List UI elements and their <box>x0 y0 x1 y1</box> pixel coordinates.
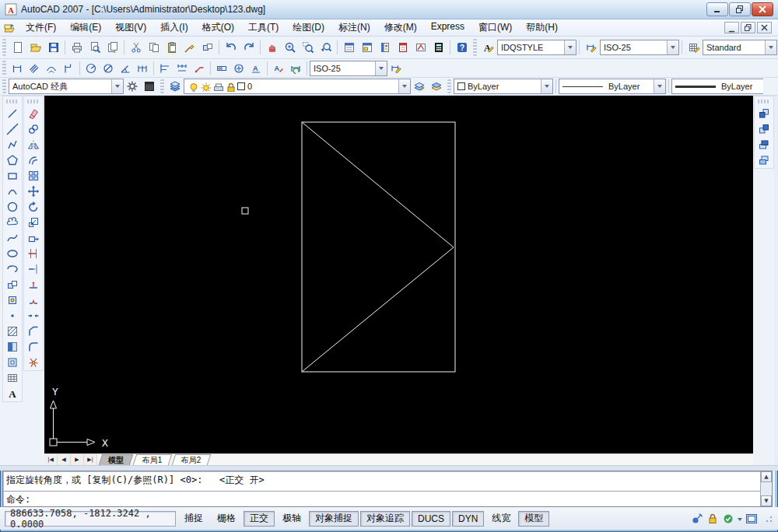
menu-item-v[interactable]: 视图(V) <box>108 19 153 36</box>
status-toggle-DYN[interactable]: DYN <box>452 511 484 527</box>
hatch-button[interactable] <box>4 324 21 339</box>
annotation-icon[interactable] <box>722 513 734 525</box>
dim-diameter-button[interactable] <box>100 61 117 76</box>
extend-button[interactable] <box>25 261 42 277</box>
copy-button[interactable] <box>145 39 163 57</box>
toolbar-grip[interactable] <box>27 100 40 103</box>
status-toggle-捕捉[interactable]: 捕捉 <box>178 511 209 527</box>
chevron-down-icon[interactable] <box>667 40 678 54</box>
designcenter-button[interactable] <box>358 39 376 57</box>
dim-linear-button[interactable] <box>9 61 26 76</box>
bring-above-button[interactable] <box>755 137 773 152</box>
minimize-button[interactable] <box>706 2 728 16</box>
status-toggle-线宽[interactable]: 线宽 <box>485 511 517 527</box>
chevron-down-icon[interactable] <box>541 79 552 93</box>
break-button[interactable] <box>25 292 42 308</box>
offset-button[interactable] <box>25 152 42 168</box>
zoom-previous-button[interactable] <box>317 39 335 57</box>
menu-item-o[interactable]: 格式(O) <box>195 19 241 36</box>
menu-item-i[interactable]: 插入(I) <box>153 19 194 36</box>
polyline-button[interactable] <box>4 137 21 152</box>
title-bar[interactable]: A AutoCAD 2007 - [C:\Users\Administrator… <box>0 0 778 19</box>
dim-aligned-button[interactable] <box>26 61 43 76</box>
calculator-button[interactable] <box>429 39 447 57</box>
explode-button[interactable] <box>25 355 42 370</box>
sheetset-manager-button[interactable] <box>394 39 412 57</box>
redo-button[interactable] <box>240 39 258 57</box>
gradient-button[interactable] <box>4 339 21 355</box>
cut-button[interactable] <box>127 39 145 57</box>
join-button[interactable] <box>25 308 42 324</box>
menu-item-n[interactable]: 标注(N) <box>331 19 377 36</box>
dim-update-button[interactable] <box>287 61 304 76</box>
menu-item-w[interactable]: 窗口(W) <box>471 19 519 36</box>
dim-radius-button[interactable] <box>82 61 100 76</box>
text-style-combo[interactable]: IDQSTYLE <box>497 40 576 55</box>
chevron-down-icon[interactable] <box>654 79 665 93</box>
match-properties-button[interactable] <box>180 39 198 57</box>
chevron-down-icon[interactable] <box>375 61 387 75</box>
array-button[interactable] <box>25 168 42 184</box>
polygon-button[interactable] <box>4 152 21 168</box>
plot-icon[interactable] <box>212 82 223 92</box>
workspace-settings-button[interactable] <box>124 79 141 94</box>
layer-states-button[interactable] <box>428 79 445 94</box>
menu-item-m[interactable]: 修改(M) <box>377 19 424 36</box>
toolbar-grip[interactable] <box>473 39 477 56</box>
layer-properties-button[interactable] <box>166 79 184 94</box>
dim-center-button[interactable] <box>230 61 247 76</box>
close-button[interactable] <box>752 2 773 16</box>
dim-ordinate-button[interactable] <box>60 61 77 76</box>
dim-style-manager-button[interactable] <box>387 61 405 76</box>
command-prompt[interactable]: 命令: <box>3 491 760 506</box>
circle-button[interactable] <box>4 199 21 215</box>
help-button[interactable]: ? <box>453 39 471 57</box>
lineweight-control-combo[interactable]: ByLayer <box>671 79 763 94</box>
linetype-control-combo[interactable]: ByLayer <box>559 79 666 94</box>
tab-布局1[interactable]: 布局1 <box>133 454 172 465</box>
new-file-button[interactable] <box>9 39 26 57</box>
toolbar-grip[interactable] <box>2 79 6 93</box>
model-canvas[interactable]: YX <box>44 96 753 453</box>
dim-text-edit-button[interactable]: A <box>270 61 287 76</box>
menu-item-express[interactable]: Express <box>424 19 471 36</box>
status-toggle-栅格[interactable]: 栅格 <box>211 511 242 527</box>
dim-arc-button[interactable] <box>43 61 60 76</box>
plot-button[interactable] <box>68 39 86 57</box>
status-toggle-极轴[interactable]: 极轴 <box>276 511 307 527</box>
mdi-close-button[interactable] <box>757 22 772 33</box>
menu-item-f[interactable]: 文件(F) <box>19 19 63 36</box>
dim-style-button[interactable] <box>582 39 600 57</box>
sun-icon[interactable] <box>200 82 210 92</box>
mirror-button[interactable] <box>25 137 42 152</box>
scroll-up-icon[interactable]: ▲ <box>761 471 772 482</box>
dim-current-style-combo[interactable]: ISO-25 <box>310 61 387 76</box>
scale-button[interactable] <box>25 215 42 230</box>
menu-item-d[interactable]: 绘图(D) <box>286 19 331 36</box>
zoom-realtime-button[interactable] <box>281 39 299 57</box>
save-workspace-button[interactable] <box>141 79 158 94</box>
status-toggle-对象追踪[interactable]: 对象追踪 <box>360 511 410 527</box>
chevron-down-icon[interactable] <box>738 518 742 521</box>
dim-tolerance-button[interactable] <box>213 61 230 76</box>
send-under-button[interactable] <box>755 152 773 168</box>
dim-baseline-button[interactable] <box>156 61 173 76</box>
construction-line-button[interactable] <box>4 121 21 137</box>
save-button[interactable] <box>44 39 62 57</box>
open-file-button[interactable] <box>26 39 44 57</box>
scroll-down-icon[interactable]: ▼ <box>761 495 772 506</box>
toolbar-grip[interactable] <box>758 100 770 103</box>
block-editor-button[interactable] <box>198 39 216 57</box>
resize-grip[interactable] <box>764 514 773 523</box>
zoom-window-button[interactable] <box>299 39 317 57</box>
dim-edit-button[interactable]: A <box>247 61 265 76</box>
lock-icon[interactable] <box>225 82 235 92</box>
dim-leader-button[interactable] <box>191 61 208 76</box>
toolbar-grip[interactable] <box>160 79 164 93</box>
workspace-combo[interactable]: AutoCAD 经典 <box>9 79 124 94</box>
dim-style-combo[interactable]: ISO-25 <box>600 40 679 55</box>
plot-preview-button[interactable] <box>86 39 103 57</box>
ellipse-button[interactable] <box>4 246 21 261</box>
layer-previous-button[interactable] <box>411 79 428 94</box>
rectangle-button[interactable] <box>4 168 21 184</box>
